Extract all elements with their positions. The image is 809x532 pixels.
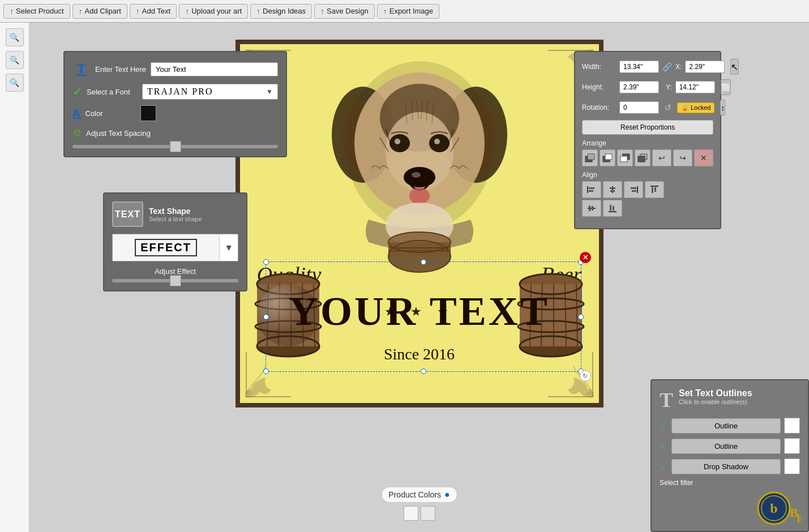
align-center-h-btn[interactable] [603, 181, 622, 198]
height-input[interactable] [619, 81, 659, 93]
design-ideas-icon: ↑ [256, 7, 260, 16]
add-text-icon: ↑ [136, 7, 140, 16]
locked-label: Locked [691, 104, 710, 111]
font-selector[interactable]: TRAJAN PRO ▼ [142, 84, 278, 100]
zoom-out-btn[interactable]: 🔍 [6, 74, 24, 92]
svg-point-16 [395, 139, 400, 144]
upload-art-btn[interactable]: ↑ Upload your art [179, 4, 248, 19]
spacing-icon: ⚙ [72, 127, 82, 139]
effect-slider-thumb[interactable] [170, 275, 181, 286]
shape-title: Text Shape [149, 207, 202, 216]
align-left-btn[interactable] [582, 181, 601, 198]
rotation-reset-icon[interactable]: ↺ [665, 103, 671, 112]
shape-header: TEXT Text Shape Select a text shape [112, 201, 238, 227]
spacing-label: Adjust Text Spacing [86, 129, 151, 138]
font-name-display: TRAJAN PRO [147, 87, 213, 97]
zoom-fit-btn[interactable]: 🔍 [6, 51, 24, 69]
zoom-in-btn[interactable]: 🔍 [6, 28, 24, 46]
add-clipart-btn[interactable]: ↑ Add Clipart [72, 4, 127, 19]
outline2-swatch[interactable] [784, 438, 800, 454]
width-input[interactable] [619, 61, 659, 73]
main-area: 🔍 🔍 🔍 [0, 23, 809, 532]
svg-rect-64 [589, 190, 593, 192]
locked-btn[interactable]: 🔒 Locked [677, 102, 714, 113]
svg-rect-79 [613, 206, 614, 211]
spacing-slider-container [72, 145, 278, 148]
arrange-back-btn[interactable] [635, 149, 650, 166]
add-text-btn[interactable]: ↑ Add Text [130, 4, 177, 19]
design-canvas[interactable]: Quality Beer ★ ★ ★ [236, 40, 603, 407]
outlines-subtitle: Click to enable outline(s) [679, 398, 752, 405]
font-row: ✓ Select a Font TRAJAN PRO ▼ [72, 84, 278, 100]
dropshadow-swatch[interactable] [784, 458, 800, 474]
upload-art-icon: ↑ [185, 7, 189, 16]
dropshadow-row: ✓ Drop Shadow [660, 458, 800, 474]
dropshadow-check: ✓ [660, 460, 668, 473]
svg-rect-73 [654, 187, 656, 192]
flip-tool-btn[interactable]: ↕ [720, 100, 725, 115]
zoom-panel: 🔍 🔍 🔍 [0, 23, 29, 532]
arrange-icons-row: ↩ ↪ ✕ [582, 149, 713, 166]
color-swatch-picker[interactable] [140, 105, 156, 121]
color-swatches [403, 506, 435, 521]
color-swatch-2[interactable] [420, 506, 435, 521]
redo-btn[interactable]: ↪ [673, 149, 692, 166]
color-swatch-1[interactable] [403, 506, 418, 521]
svg-point-20 [409, 187, 430, 204]
outline1-btn[interactable]: Outline [671, 418, 781, 434]
y-input[interactable] [675, 81, 715, 93]
floral-corner-br [551, 355, 596, 400]
canvas-your-text[interactable]: YOUR TEXT [289, 288, 550, 335]
product-colors-icon: ● [444, 490, 450, 500]
design-ideas-btn[interactable]: ↑ Design Ideas [250, 4, 312, 19]
arrange-front-btn[interactable] [582, 149, 598, 166]
rotation-input[interactable] [619, 101, 659, 114]
align-bottom-btn[interactable] [603, 200, 622, 217]
enter-text-row: T Enter Text Here [72, 60, 278, 78]
reset-proportions-btn[interactable]: Reset Proportions [582, 120, 713, 135]
export-image-btn[interactable]: ↑ Export Image [377, 4, 439, 19]
spacing-slider-thumb[interactable] [170, 141, 181, 152]
color-row: A Color [72, 105, 278, 121]
svg-rect-76 [592, 206, 593, 211]
delete-btn[interactable]: ✕ [694, 149, 713, 166]
text-input[interactable] [151, 62, 278, 76]
align-row-1 [582, 181, 713, 198]
text-shape-icon: TEXT [112, 201, 143, 227]
undo-btn[interactable]: ↩ [652, 149, 671, 166]
canvas-area: Quality Beer ★ ★ ★ [29, 23, 809, 532]
toolbar: ↑ Select Product ↑ Add Clipart ↑ Add Tex… [0, 0, 809, 23]
scale-tool-btn[interactable]: ⬜ [721, 79, 731, 95]
outline1-swatch[interactable] [784, 418, 800, 434]
select-product-btn[interactable]: ↑ Select Product [3, 4, 70, 19]
align-center-v-btn[interactable] [582, 200, 601, 217]
svg-rect-67 [610, 190, 615, 192]
T-large-icon: T [660, 388, 673, 412]
x-input[interactable] [685, 61, 725, 73]
width-label: Width: [582, 63, 616, 71]
canvas-since-text: Since 2016 [384, 345, 455, 363]
text-outlines-panel: T Set Text Outlines Click to enable outl… [650, 379, 809, 532]
handle-bm[interactable] [421, 368, 426, 374]
outline2-check: ✓ [660, 440, 668, 452]
height-row: Height: Y: ⬜ [582, 79, 713, 95]
dropshadow-btn[interactable]: Drop Shadow [671, 459, 781, 474]
align-right-btn[interactable] [624, 181, 643, 198]
cursor-tool-btn[interactable]: ↖ [730, 59, 739, 75]
save-design-btn[interactable]: ↑ Save Design [314, 4, 375, 19]
svg-rect-61 [638, 156, 645, 162]
align-top-btn[interactable] [645, 181, 664, 198]
arrange-forward-btn[interactable] [600, 149, 615, 166]
svg-text:b: b [770, 501, 777, 516]
delete-handle[interactable]: ✕ [580, 252, 591, 263]
outline2-row: ✓ Outline [660, 438, 800, 454]
select-product-icon: ↑ [10, 7, 14, 16]
height-label: Height: [582, 83, 616, 91]
text-shape-panel: TEXT Text Shape Select a text shape EFFE… [103, 192, 247, 291]
font-check-icon: ✓ [72, 85, 82, 98]
rotation-label: Rotation: [582, 104, 616, 111]
effect-arrow-btn[interactable]: ▼ [220, 238, 238, 258]
outline2-btn[interactable]: Outline [671, 439, 781, 454]
export-image-icon: ↑ [383, 7, 387, 16]
arrange-backward-btn[interactable] [617, 149, 633, 166]
